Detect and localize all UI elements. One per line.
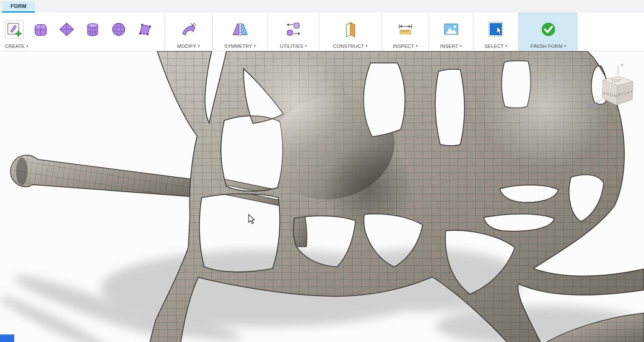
cylinder-icon	[84, 21, 101, 38]
toolbar-group-select: SELECT▾	[473, 13, 518, 51]
inspect-label: INSPECT	[393, 44, 414, 49]
finish-form-check-icon	[539, 20, 558, 39]
select-dropdown[interactable]: SELECT▾	[484, 44, 507, 50]
create-icons	[5, 15, 153, 44]
arm-endcap	[16, 157, 28, 185]
tool-convert[interactable]	[285, 21, 302, 38]
symmetry-dropdown[interactable]: SYMMETRY▾	[224, 44, 256, 50]
toolbar-group-symmetry: SYMMETRY▾	[212, 13, 267, 51]
insert-label: INSERT	[440, 44, 458, 49]
view-cube[interactable]: Y Z TOP FRONT RIGHT	[586, 62, 641, 125]
tool-insert-image[interactable]	[442, 21, 460, 38]
model-canvas[interactable]	[0, 51, 644, 342]
tool-finish-form[interactable]	[539, 20, 558, 39]
tool-sphere[interactable]	[110, 21, 127, 38]
fusion-form-environment: FORM	[0, 0, 644, 342]
toolbar: CREATE▾ MODIFY▾	[0, 13, 644, 51]
tool-mirror-symmetry[interactable]	[231, 20, 250, 39]
chevron-down-icon: ▾	[460, 44, 462, 48]
toolbar-group-inspect: INSPECT▾	[382, 13, 428, 51]
mirror-symmetry-icon	[231, 20, 249, 39]
chevron-down-icon: ▾	[305, 44, 306, 48]
edit-form-icon	[180, 21, 197, 38]
convert-bodies-icon	[285, 21, 302, 38]
chevron-down-icon: ▾	[198, 44, 200, 48]
sphere-icon	[110, 21, 127, 38]
tool-plane[interactable]	[58, 21, 75, 38]
finish-form-label: FINISH FORM	[530, 44, 563, 49]
tab-bar: FORM	[0, 0, 644, 13]
bottom-left-ui-fragment	[0, 334, 14, 342]
select-icon	[488, 21, 504, 38]
tool-cylinder[interactable]	[84, 21, 101, 38]
create-dropdown[interactable]: CREATE▾	[5, 44, 28, 50]
create-label: CREATE	[5, 44, 25, 49]
tool-select[interactable]	[487, 21, 505, 38]
viewcube-top-label[interactable]: TOP	[611, 78, 621, 83]
chevron-down-icon: ▾	[254, 44, 256, 48]
tool-construction-plane[interactable]	[342, 21, 359, 38]
modify-label: MODIFY	[177, 44, 196, 49]
select-label: SELECT	[484, 44, 504, 49]
chevron-down-icon: ▾	[564, 44, 566, 48]
viewcube-y-axis: Y	[618, 63, 624, 75]
construct-label: CONSTRUCT	[333, 44, 364, 49]
utilities-label: UTILITIES	[280, 44, 303, 49]
insert-dropdown[interactable]: INSERT▾	[440, 44, 462, 50]
tab-form-label: FORM	[10, 3, 26, 9]
plane-icon	[58, 21, 75, 38]
toolbar-group-utilities: UTILITIES▾	[267, 13, 319, 51]
symmetry-label: SYMMETRY	[224, 44, 252, 49]
construct-dropdown[interactable]: CONSTRUCT▾	[333, 44, 367, 50]
viewcube-cube[interactable]: TOP FRONT RIGHT	[602, 76, 634, 105]
viewcube-z-axis: Z	[587, 100, 601, 109]
construction-plane-icon	[342, 21, 359, 38]
tool-face[interactable]	[136, 21, 153, 38]
toolbar-group-insert: INSERT▾	[428, 13, 473, 51]
toolbar-group-construct: CONSTRUCT▾	[319, 13, 382, 51]
chevron-down-icon: ▾	[416, 44, 418, 48]
chevron-down-icon: ▾	[505, 44, 507, 48]
svg-text:Y: Y	[620, 63, 624, 68]
insert-image-icon	[443, 21, 460, 38]
modify-dropdown[interactable]: MODIFY▾	[177, 44, 200, 50]
tool-edit-form[interactable]	[180, 21, 197, 38]
finish-form-dropdown[interactable]: FINISH FORM▾	[530, 44, 566, 50]
chevron-down-icon: ▾	[26, 44, 28, 48]
toolbar-group-modify: MODIFY▾	[164, 13, 212, 51]
chevron-down-icon: ▾	[366, 44, 367, 48]
utilities-dropdown[interactable]: UTILITIES▾	[280, 44, 307, 50]
inspect-dropdown[interactable]: INSPECT▾	[393, 44, 418, 50]
tab-form[interactable]: FORM	[2, 1, 35, 13]
box-icon	[32, 21, 49, 38]
svg-text:Z: Z	[587, 103, 590, 109]
measure-icon	[397, 21, 414, 38]
face-icon	[136, 21, 153, 38]
tool-box-display[interactable]	[5, 20, 23, 39]
box-display-icon	[6, 21, 23, 38]
toolbar-group-create: CREATE▾	[0, 13, 164, 51]
tool-measure[interactable]	[397, 21, 414, 38]
viewport-canvas[interactable]: Y Z TOP FRONT RIGHT	[0, 51, 644, 342]
toolbar-group-finish-form: FINISH FORM▾	[518, 13, 578, 51]
tool-box[interactable]	[32, 21, 49, 38]
